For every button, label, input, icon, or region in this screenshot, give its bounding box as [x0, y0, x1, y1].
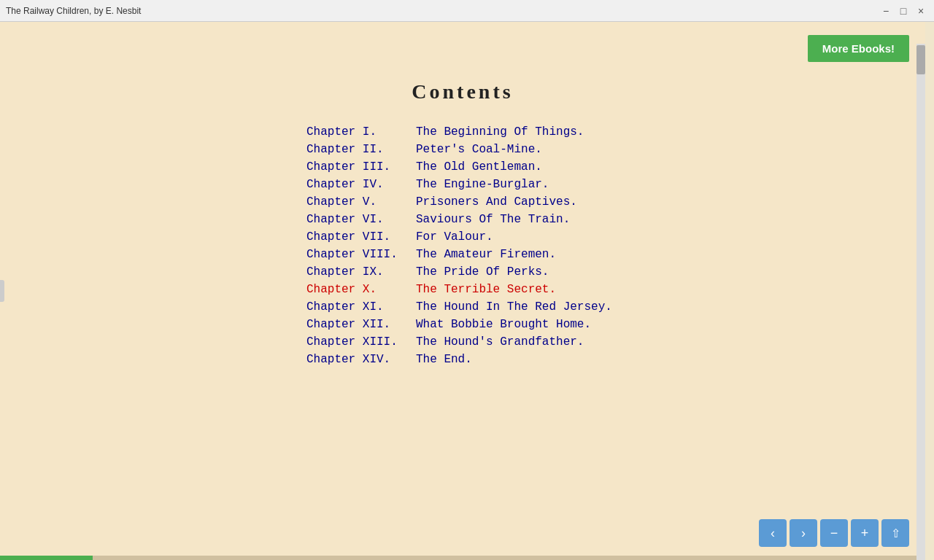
chapter-number: Chapter IX.	[306, 265, 416, 279]
nav-buttons: ‹ › − + ⇧	[759, 519, 909, 547]
toc-item[interactable]: Chapter VIII.The Amateur Firemen.	[306, 248, 925, 261]
window-controls: − □ ×	[879, 4, 928, 18]
prev-page-button[interactable]: ‹	[759, 519, 787, 547]
next-page-button[interactable]: ›	[790, 519, 817, 547]
zoom-in-button[interactable]: +	[851, 519, 879, 547]
chapter-number: Chapter X.	[306, 283, 416, 296]
chapter-title: The Amateur Firemen.	[416, 248, 556, 261]
toc-container: Chapter I.The Beginning Of Things.Chapte…	[0, 125, 925, 366]
chapter-title: Prisoners And Captives.	[416, 195, 577, 209]
chapter-number: Chapter VII.	[306, 230, 416, 244]
chapter-number: Chapter XIII.	[306, 335, 416, 349]
more-ebooks-button[interactable]: More Ebooks!	[808, 35, 909, 62]
toc-item[interactable]: Chapter XII.What Bobbie Brought Home.	[306, 318, 925, 331]
chapter-title: The Pride Of Perks.	[416, 265, 549, 279]
chapter-title: The Old Gentleman.	[416, 160, 542, 174]
chapter-title: The Beginning Of Things.	[416, 125, 584, 139]
left-edge-indicator	[0, 280, 4, 302]
toc-item[interactable]: Chapter XIV.The End.	[306, 353, 925, 366]
chapter-title: What Bobbie Brought Home.	[416, 318, 591, 331]
toc-item[interactable]: Chapter X.The Terrible Secret.	[306, 283, 925, 296]
chapter-title: The Hound In The Red Jersey.	[416, 300, 612, 314]
toc-item[interactable]: Chapter I.The Beginning Of Things.	[306, 125, 925, 139]
chapter-number: Chapter I.	[306, 125, 416, 139]
toc-item[interactable]: Chapter II.Peter's Coal-Mine.	[306, 143, 925, 156]
toc-item[interactable]: Chapter VI.Saviours Of The Train.	[306, 213, 925, 226]
chapter-title: For Valour.	[416, 230, 493, 244]
main-content: More Ebooks! Contents Chapter I.The Begi…	[0, 22, 925, 560]
scrollbar-thumb[interactable]	[916, 45, 925, 74]
chapter-number: Chapter IV.	[306, 178, 416, 191]
toc-item[interactable]: Chapter VII.For Valour.	[306, 230, 925, 244]
title-bar: The Railway Children, by E. Nesbit − □ ×	[0, 0, 934, 22]
window-title: The Railway Children, by E. Nesbit	[6, 6, 141, 16]
toc-item[interactable]: Chapter IV.The Engine-Burglar.	[306, 178, 925, 191]
close-button[interactable]: ×	[914, 4, 928, 18]
chapter-number: Chapter II.	[306, 143, 416, 156]
progress-fill	[0, 556, 93, 560]
home-button[interactable]: ⇧	[881, 519, 909, 547]
toc-item[interactable]: Chapter XI.The Hound In The Red Jersey.	[306, 300, 925, 314]
zoom-out-button[interactable]: −	[820, 519, 848, 547]
chapter-title: The Hound's Grandfather.	[416, 335, 584, 349]
maximize-button[interactable]: □	[896, 4, 911, 18]
chapter-number: Chapter XIV.	[306, 353, 416, 366]
chapter-title: The Engine-Burglar.	[416, 178, 549, 191]
chapter-number: Chapter VIII.	[306, 248, 416, 261]
chapter-number: Chapter XII.	[306, 318, 416, 331]
toc-item[interactable]: Chapter V.Prisoners And Captives.	[306, 195, 925, 209]
contents-heading: Contents	[0, 80, 925, 104]
chapter-number: Chapter VI.	[306, 213, 416, 226]
toc-item[interactable]: Chapter XIII.The Hound's Grandfather.	[306, 335, 925, 349]
chapter-title: Saviours Of The Train.	[416, 213, 570, 226]
chapter-number: Chapter III.	[306, 160, 416, 174]
scrollbar[interactable]	[916, 44, 925, 560]
toc-item[interactable]: Chapter III.The Old Gentleman.	[306, 160, 925, 174]
chapter-title: The Terrible Secret.	[416, 283, 556, 296]
minimize-button[interactable]: −	[879, 4, 893, 18]
chapter-title: The End.	[416, 353, 472, 366]
chapter-number: Chapter XI.	[306, 300, 416, 314]
chapter-title: Peter's Coal-Mine.	[416, 143, 542, 156]
progress-bar	[0, 556, 925, 560]
chapter-number: Chapter V.	[306, 195, 416, 209]
toc-item[interactable]: Chapter IX.The Pride Of Perks.	[306, 265, 925, 279]
